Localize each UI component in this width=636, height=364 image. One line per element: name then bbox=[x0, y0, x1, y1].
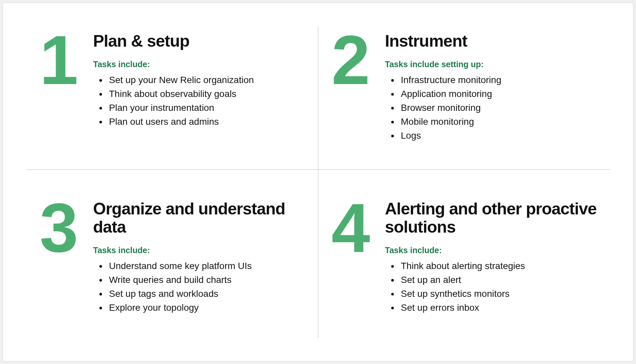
quadrant-4: 4 Alerting and other proactive solutions… bbox=[318, 182, 610, 341]
list-item: Set up errors inbox bbox=[399, 301, 597, 315]
quadrant-2-task-list: Infrastructure monitoring Application mo… bbox=[385, 73, 501, 143]
quadrant-3: 3 Organize and understand data Tasks inc… bbox=[26, 182, 318, 341]
step-number-1: 1 bbox=[33, 31, 82, 90]
list-item: Mobile monitoring bbox=[399, 115, 501, 129]
list-item: Browser monitoring bbox=[399, 101, 501, 115]
step-number-3: 3 bbox=[33, 199, 82, 258]
list-item: Understand some key platform UIs bbox=[107, 259, 305, 273]
list-item: Set up synthetics monitors bbox=[399, 287, 597, 301]
vertical-divider bbox=[318, 26, 318, 338]
quadrant-1-tasks-label: Tasks include: bbox=[93, 60, 254, 69]
list-item: Set up your New Relic organization bbox=[107, 73, 254, 87]
list-item: Think about alerting strategies bbox=[399, 259, 597, 273]
list-item: Set up tags and workloads bbox=[107, 287, 305, 301]
quadrant-3-tasks-label: Tasks include: bbox=[93, 246, 305, 255]
slide-frame: 1 Plan & setup Tasks include: Set up you… bbox=[3, 3, 633, 361]
list-item: Think about observability goals bbox=[107, 87, 254, 101]
step-number-2: 2 bbox=[325, 31, 374, 90]
list-item: Application monitoring bbox=[399, 87, 501, 101]
list-item: Set up an alert bbox=[399, 273, 597, 287]
list-item: Infrastructure monitoring bbox=[399, 73, 501, 87]
step-number-4: 4 bbox=[325, 199, 374, 258]
quadrant-1-task-list: Set up your New Relic organization Think… bbox=[93, 73, 254, 129]
quadrant-grid: 1 Plan & setup Tasks include: Set up you… bbox=[26, 23, 610, 341]
quadrant-2-title: Instrument bbox=[385, 32, 501, 50]
quadrant-2-tasks-label: Tasks include setting up: bbox=[385, 60, 501, 69]
quadrant-3-content: Organize and understand data Tasks inclu… bbox=[93, 199, 305, 315]
quadrant-1: 1 Plan & setup Tasks include: Set up you… bbox=[26, 23, 318, 182]
list-item: Plan out users and admins bbox=[107, 115, 254, 129]
quadrant-1-content: Plan & setup Tasks include: Set up your … bbox=[93, 31, 254, 129]
quadrant-3-task-list: Understand some key platform UIs Write q… bbox=[93, 259, 305, 315]
quadrant-4-content: Alerting and other proactive solutions T… bbox=[385, 199, 597, 315]
quadrant-3-title: Organize and understand data bbox=[93, 200, 305, 236]
list-item: Explore your topology bbox=[107, 301, 305, 315]
list-item: Write queries and build charts bbox=[107, 273, 305, 287]
quadrant-2-content: Instrument Tasks include setting up: Inf… bbox=[385, 31, 501, 143]
horizontal-divider bbox=[26, 169, 610, 170]
quadrant-4-tasks-label: Tasks include: bbox=[385, 246, 597, 255]
list-item: Plan your instrumentation bbox=[107, 101, 254, 115]
quadrant-4-title: Alerting and other proactive solutions bbox=[385, 200, 597, 236]
quadrant-2: 2 Instrument Tasks include setting up: I… bbox=[318, 23, 610, 182]
quadrant-1-title: Plan & setup bbox=[93, 32, 254, 50]
list-item: Logs bbox=[399, 129, 501, 143]
quadrant-4-task-list: Think about alerting strategies Set up a… bbox=[385, 259, 597, 315]
